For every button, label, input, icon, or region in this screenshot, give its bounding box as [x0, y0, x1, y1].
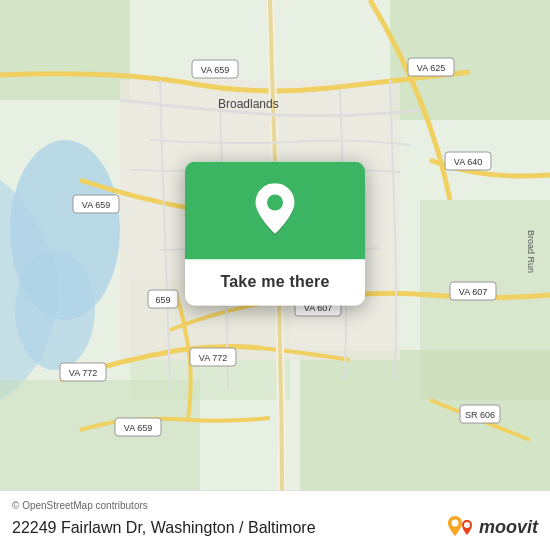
svg-text:VA 659: VA 659 — [201, 65, 229, 75]
svg-text:VA 659: VA 659 — [82, 200, 110, 210]
svg-text:Broad Run: Broad Run — [526, 230, 536, 273]
map-container: VA 659 VA 625 VA 640 VA 659 VA 607 VA 60… — [0, 0, 550, 490]
popup-card: Take me there — [185, 161, 365, 305]
svg-text:VA 607: VA 607 — [459, 287, 487, 297]
svg-text:VA 772: VA 772 — [199, 353, 227, 363]
svg-rect-6 — [300, 350, 550, 490]
moovit-logo: moovit — [445, 514, 538, 542]
svg-point-36 — [464, 522, 470, 528]
svg-text:VA 625: VA 625 — [417, 63, 445, 73]
svg-text:659: 659 — [155, 295, 170, 305]
svg-text:VA 772: VA 772 — [69, 368, 97, 378]
location-pin-icon — [250, 183, 300, 241]
address-line: 22249 Fairlawn Dr, Washington / Baltimor… — [12, 514, 538, 542]
take-me-there-button[interactable]: Take me there — [185, 259, 365, 305]
svg-point-34 — [267, 194, 283, 210]
svg-text:VA 640: VA 640 — [454, 157, 482, 167]
svg-text:Broadlands: Broadlands — [218, 97, 279, 111]
popup-green-section — [185, 161, 365, 259]
svg-rect-3 — [0, 0, 130, 100]
moovit-pin-icon — [445, 514, 475, 542]
svg-text:SR 606: SR 606 — [465, 410, 495, 420]
address-text: 22249 Fairlawn Dr, Washington / Baltimor… — [12, 519, 316, 537]
svg-point-35 — [451, 519, 458, 526]
map-attribution: © OpenStreetMap contributors — [12, 500, 538, 511]
moovit-brand-text: moovit — [479, 517, 538, 538]
bottom-bar: © OpenStreetMap contributors 22249 Fairl… — [0, 490, 550, 550]
svg-text:VA 659: VA 659 — [124, 423, 152, 433]
